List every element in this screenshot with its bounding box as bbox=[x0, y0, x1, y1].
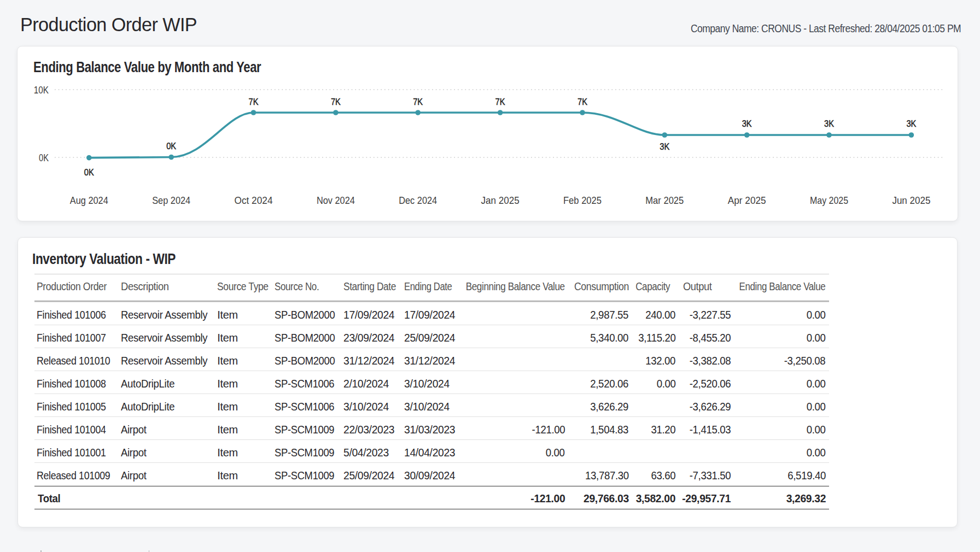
svg-text:3K: 3K bbox=[742, 119, 752, 128]
svg-text:7K: 7K bbox=[331, 97, 341, 107]
svg-text:7K: 7K bbox=[495, 97, 505, 107]
svg-text:0K: 0K bbox=[84, 167, 94, 177]
svg-text:Jun 2025: Jun 2025 bbox=[892, 195, 930, 206]
svg-text:Mar 2025: Mar 2025 bbox=[645, 195, 684, 206]
svg-text:10K: 10K bbox=[34, 84, 49, 96]
svg-text:May 2025: May 2025 bbox=[810, 195, 848, 206]
svg-text:3K: 3K bbox=[660, 142, 669, 151]
svg-text:Oct 2024: Oct 2024 bbox=[235, 195, 273, 206]
svg-text:0K: 0K bbox=[166, 141, 176, 151]
svg-text:7K: 7K bbox=[249, 97, 259, 107]
svg-text:3K: 3K bbox=[824, 119, 834, 128]
svg-text:7K: 7K bbox=[578, 97, 587, 107]
svg-text:Apr 2025: Apr 2025 bbox=[728, 195, 766, 206]
svg-text:0K: 0K bbox=[39, 152, 49, 163]
svg-text:Feb 2025: Feb 2025 bbox=[563, 195, 602, 206]
svg-text:Nov 2024: Nov 2024 bbox=[317, 195, 355, 206]
svg-text:Sep 2024: Sep 2024 bbox=[152, 195, 190, 206]
svg-text:7K: 7K bbox=[413, 97, 423, 107]
svg-text:3K: 3K bbox=[906, 119, 916, 128]
svg-text:Dec 2024: Dec 2024 bbox=[399, 195, 437, 206]
svg-text:Aug 2024: Aug 2024 bbox=[70, 195, 108, 206]
svg-text:Jan 2025: Jan 2025 bbox=[481, 195, 520, 206]
